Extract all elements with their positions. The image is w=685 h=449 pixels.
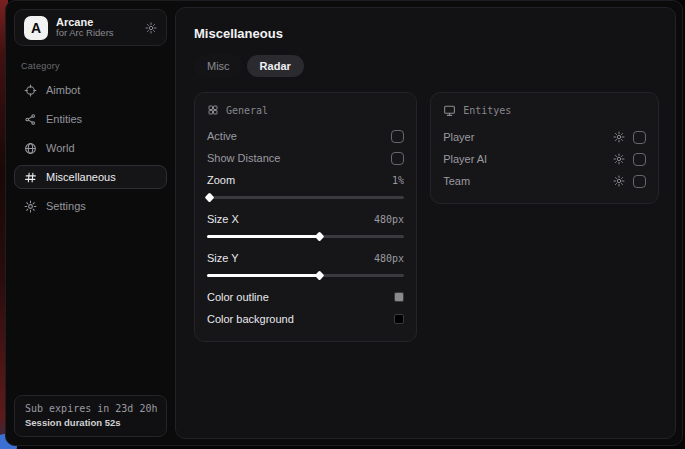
color-background-swatch[interactable] bbox=[394, 314, 404, 324]
entities-card-header: Entityes bbox=[443, 104, 646, 117]
entity-row-player-ai: Player AI bbox=[443, 148, 646, 170]
monitor-icon bbox=[443, 104, 456, 117]
app-title-block: Arcane for Arc Riders bbox=[56, 16, 137, 40]
zoom-value: 1% bbox=[392, 175, 404, 186]
setting-row-color-background: Color background bbox=[207, 308, 404, 330]
subscription-card: Sub expires in 23d 20h Session duration … bbox=[14, 395, 167, 437]
sidebar-item-label: Aimbot bbox=[46, 84, 80, 96]
size-x-label: Size X bbox=[207, 213, 239, 225]
active-checkbox[interactable] bbox=[391, 130, 404, 143]
player-ai-label: Player AI bbox=[443, 153, 487, 165]
crosshair-icon bbox=[24, 84, 37, 97]
show-distance-label: Show Distance bbox=[207, 152, 280, 164]
sidebar-item-world[interactable]: World bbox=[14, 136, 167, 160]
team-label: Team bbox=[443, 175, 470, 187]
app-settings-icon[interactable] bbox=[145, 22, 157, 34]
setting-row-color-outline: Color outline bbox=[207, 286, 404, 308]
window: A Arcane for Arc Riders Category bbox=[5, 0, 683, 446]
size-y-slider-fill bbox=[207, 274, 319, 277]
size-x-value: 480px bbox=[374, 214, 404, 225]
sidebar-item-miscellaneous[interactable]: Miscellaneous bbox=[14, 165, 167, 189]
session-duration-text: Session duration 52s bbox=[25, 417, 156, 428]
sidebar-item-label: Miscellaneous bbox=[46, 171, 116, 183]
entity-row-player: Player bbox=[443, 126, 646, 148]
size-x-slider-fill bbox=[207, 235, 319, 238]
color-background-label: Color background bbox=[207, 313, 294, 325]
sidebar-item-label: Entities bbox=[46, 113, 82, 125]
player-ai-checkbox[interactable] bbox=[633, 153, 646, 166]
sidebar-item-label: Settings bbox=[46, 200, 86, 212]
setting-row-zoom: Zoom 1% bbox=[207, 169, 404, 191]
color-outline-swatch[interactable] bbox=[394, 292, 404, 302]
sidebar-item-label: World bbox=[46, 142, 75, 154]
size-y-value: 480px bbox=[374, 253, 404, 264]
tab-misc[interactable]: Misc bbox=[194, 55, 243, 77]
general-card: General Active Show Distance Zoom 1% bbox=[194, 92, 417, 342]
sidebar-item-settings[interactable]: Settings bbox=[14, 194, 167, 218]
team-gear-icon[interactable] bbox=[613, 175, 625, 187]
sub-expires-text: Sub expires in 23d 20h bbox=[25, 403, 156, 414]
player-gear-icon[interactable] bbox=[613, 131, 625, 143]
cards-row: General Active Show Distance Zoom 1% bbox=[194, 92, 659, 342]
sidebar: A Arcane for Arc Riders Category bbox=[6, 1, 175, 445]
setting-row-active: Active bbox=[207, 125, 404, 147]
show-distance-checkbox[interactable] bbox=[391, 152, 404, 165]
player-checkbox[interactable] bbox=[633, 131, 646, 144]
page-title: Miscellaneous bbox=[194, 26, 659, 41]
entities-card: Entityes Player bbox=[430, 92, 659, 204]
entities-icon bbox=[24, 113, 37, 126]
zoom-slider[interactable] bbox=[207, 196, 404, 199]
setting-row-size-y: Size Y 480px bbox=[207, 247, 404, 269]
size-y-slider[interactable] bbox=[207, 274, 404, 277]
size-x-slider[interactable] bbox=[207, 235, 404, 238]
app-tagline: for Arc Riders bbox=[56, 28, 137, 39]
zoom-slider-fill bbox=[207, 196, 209, 199]
layout-grid-icon bbox=[207, 104, 219, 116]
size-y-slider-thumb[interactable] bbox=[315, 270, 325, 280]
zoom-slider-thumb[interactable] bbox=[205, 192, 215, 202]
grid-hash-icon bbox=[24, 171, 37, 184]
tab-radar[interactable]: Radar bbox=[247, 55, 304, 77]
screen: A Arcane for Arc Riders Category bbox=[0, 0, 685, 449]
entities-card-title: Entityes bbox=[463, 105, 511, 116]
active-label: Active bbox=[207, 130, 237, 142]
general-card-title: General bbox=[226, 105, 268, 116]
size-x-slider-thumb[interactable] bbox=[315, 231, 325, 241]
globe-icon bbox=[24, 142, 37, 155]
sidebar-item-entities[interactable]: Entities bbox=[14, 107, 167, 131]
general-card-header: General bbox=[207, 104, 404, 116]
app-logo: A bbox=[24, 16, 48, 40]
zoom-label: Zoom bbox=[207, 174, 235, 186]
category-label: Category bbox=[21, 61, 160, 71]
player-ai-gear-icon[interactable] bbox=[613, 153, 625, 165]
gear-icon bbox=[24, 200, 37, 213]
setting-row-size-x: Size X 480px bbox=[207, 208, 404, 230]
main-panel: Miscellaneous Misc Radar Gene bbox=[175, 7, 676, 439]
color-outline-label: Color outline bbox=[207, 291, 269, 303]
player-label: Player bbox=[443, 131, 474, 143]
entity-row-team: Team bbox=[443, 170, 646, 192]
sidebar-item-aimbot[interactable]: Aimbot bbox=[14, 78, 167, 102]
tab-bar: Misc Radar bbox=[194, 55, 659, 77]
setting-row-show-distance: Show Distance bbox=[207, 147, 404, 169]
app-logo-card: A Arcane for Arc Riders bbox=[14, 9, 167, 46]
team-checkbox[interactable] bbox=[633, 175, 646, 188]
size-y-label: Size Y bbox=[207, 252, 239, 264]
